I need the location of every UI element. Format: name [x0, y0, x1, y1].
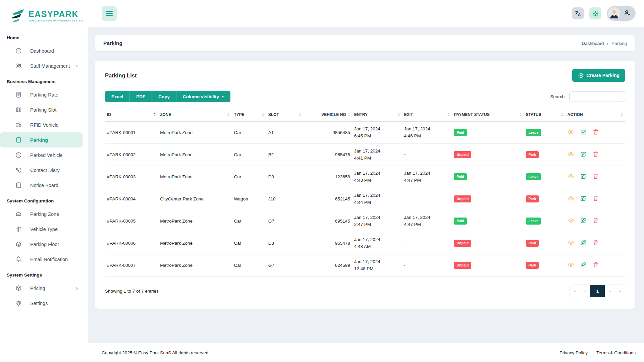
eye-icon [568, 151, 574, 159]
sidebar-item-parking-floor[interactable]: Parking Floor [0, 237, 83, 252]
edit-button[interactable] [580, 129, 587, 136]
cell-id: #PARK-00007 [105, 254, 158, 277]
column-header-zone[interactable]: ZONE [158, 108, 232, 122]
settings-quick-button[interactable] [589, 7, 601, 19]
cell-id: #PARK-00003 [105, 166, 158, 188]
sidebar-item-staff-management[interactable]: Staff Management› [0, 58, 83, 73]
translate-icon [575, 10, 582, 17]
sidebar-item-settings[interactable]: Settings [0, 296, 83, 311]
file-text-icon [15, 91, 22, 98]
sort-icon [299, 113, 302, 116]
export-excel-button[interactable]: Excel [105, 91, 130, 102]
breadcrumb-dashboard-link[interactable]: Dashboard [582, 41, 604, 46]
sidebar-item-pricing[interactable]: Pricing› [0, 281, 83, 296]
delete-button[interactable] [592, 239, 599, 247]
column-header-exit[interactable]: EXIT [402, 108, 452, 122]
cell-zone: MetroPark Zone [158, 254, 232, 277]
sidebar-item-label: Parking Rate [30, 92, 58, 98]
view-button[interactable] [568, 239, 574, 247]
view-button[interactable] [568, 173, 574, 181]
cell-type: Car [232, 166, 266, 188]
view-button[interactable] [568, 129, 574, 136]
column-header-payment-status[interactable]: PAYMENT STATUS [452, 108, 524, 122]
eye-icon [568, 129, 574, 136]
eye-icon [568, 217, 574, 225]
delete-button[interactable] [592, 151, 599, 159]
sidebar-item-contact-diary[interactable]: Contact Diary [0, 163, 83, 178]
cell-vehicle-no: 123658 [304, 166, 352, 188]
view-button[interactable] [568, 217, 574, 225]
sidebar-item-label: Notice Board [30, 183, 58, 188]
view-button[interactable] [568, 195, 574, 203]
truck-icon [15, 121, 22, 128]
delete-button[interactable] [592, 261, 599, 269]
cell-id: #PARK-00004 [105, 188, 158, 210]
view-button[interactable] [568, 261, 574, 269]
sidebar-item-label: RFID Vehicle [30, 122, 59, 128]
status-badge: Park [526, 262, 539, 269]
brand-logo[interactable]: EASYPARK VEHICLE PARKING MANAGEMENT SYST… [0, 5, 88, 29]
pagination-button[interactable]: › [605, 285, 615, 297]
create-parking-button[interactable]: Create Parking [572, 69, 625, 82]
list-card-header: Parking List Create Parking [105, 69, 625, 82]
column-header-vehicle-no[interactable]: VEHICLE NO [304, 108, 352, 122]
edit-button[interactable] [580, 217, 587, 225]
sidebar-item-parking-zone[interactable]: Parking Zone [0, 206, 83, 222]
pagination-button[interactable]: « [570, 285, 580, 297]
cell-id: #PARK-00005 [105, 210, 158, 232]
sidebar-item-parked-vehicle[interactable]: Parked Vehicle [0, 147, 83, 163]
edit-button[interactable] [580, 239, 587, 247]
pagination-button[interactable]: » [615, 285, 625, 297]
sidebar-item-dashboard[interactable]: Dashboard [0, 43, 83, 58]
user-menu[interactable] [607, 6, 636, 21]
eye-icon [568, 239, 574, 247]
menu-toggle-button[interactable] [102, 6, 117, 21]
view-button[interactable] [568, 151, 574, 159]
payment-status-badge: Unpaid [454, 151, 471, 158]
cell-action [566, 144, 625, 166]
sidebar-item-parking[interactable]: Parking [0, 132, 83, 147]
cell-entry: Jan 17, 20244:43 PM [352, 166, 402, 188]
cell-zone: MetroPark Zone [158, 210, 232, 232]
sidebar-item-parking-slot[interactable]: Parking Slot [0, 102, 83, 117]
sidebar-item-email-notification[interactable]: Email Notification [0, 252, 83, 267]
column-header-entry[interactable]: ENTRY [352, 108, 402, 122]
delete-button[interactable] [592, 129, 599, 136]
sidebar-item-notice-board[interactable]: Notice Board [0, 178, 83, 193]
edit-button[interactable] [580, 195, 587, 203]
pagination-page-current[interactable]: 1 [590, 285, 605, 297]
edit-button[interactable] [580, 261, 587, 269]
sidebar-item-parking-rate[interactable]: Parking Rate [0, 87, 83, 102]
cell-slot: A1 [266, 122, 304, 144]
terms-conditions-link[interactable]: Terms & Conditions [596, 350, 636, 355]
payment-status-badge: Paid [454, 129, 467, 136]
table-row: #PARK-00004CityCenter Park ZoneWagonJ106… [105, 188, 625, 210]
table-row: #PARK-00003MetroPark ZoneCarD3123658Jan … [105, 166, 625, 188]
pagination-button[interactable]: ‹ [580, 285, 590, 297]
cell-id: #PARK-00006 [105, 232, 158, 254]
sidebar-item-rfid-vehicle[interactable]: RFID Vehicle [0, 117, 83, 132]
sort-icon [397, 113, 400, 116]
column-header-action[interactable]: ACTION [566, 108, 625, 122]
sidebar-item-vehicle-type[interactable]: Vehicle Type [0, 222, 83, 237]
delete-button[interactable] [592, 195, 599, 203]
privacy-policy-link[interactable]: Privacy Policy [559, 350, 588, 355]
cell-status: Park [524, 232, 566, 254]
column-header-type[interactable]: TYPE [232, 108, 266, 122]
status-badge: Park [526, 195, 539, 202]
edit-button[interactable] [580, 173, 587, 181]
column-header-id[interactable]: ID [105, 108, 158, 122]
sort-icon [262, 113, 264, 116]
delete-button[interactable] [592, 217, 599, 225]
column-header-status[interactable]: STATUS [524, 108, 566, 122]
export-pdf-button[interactable]: PDF [130, 91, 152, 102]
column-header-slot[interactable]: SLOT [266, 108, 304, 122]
language-switch-button[interactable] [572, 7, 584, 19]
delete-button[interactable] [592, 173, 599, 181]
breadcrumb-separator: › [607, 41, 608, 46]
edit-button[interactable] [580, 151, 587, 159]
column-visibility-dropdown[interactable]: Column visibility [176, 91, 230, 102]
cell-entry: Jan 17, 20244:44 PM [352, 188, 402, 210]
search-input[interactable] [569, 92, 625, 102]
copy-button[interactable]: Copy [152, 91, 176, 102]
